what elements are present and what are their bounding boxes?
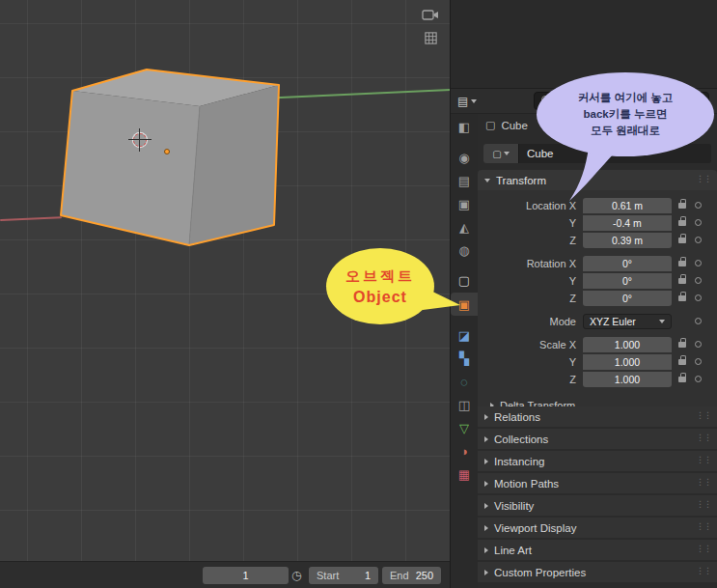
panel-visibility[interactable]: Visibility ⋮⋮	[478, 495, 717, 516]
panel-drag-handle[interactable]: ⋮⋮	[696, 455, 711, 464]
tab-object[interactable]: ▣	[451, 293, 478, 316]
panel-label: Custom Properties	[494, 567, 586, 578]
blender-window: 1 ◷ Start 1 End 250 ▤ Search ◧ ◉	[0, 0, 717, 588]
scale-y-field[interactable]: 1.000	[583, 354, 672, 370]
animate-dot-icon[interactable]	[695, 260, 702, 266]
lock-icon[interactable]	[678, 278, 686, 284]
collapsed-panels: Relations ⋮⋮ Collections ⋮⋮ Instancing ⋮…	[478, 406, 717, 584]
world-icon: ◍	[458, 243, 469, 258]
panel-drag-handle[interactable]: ⋮⋮	[696, 521, 711, 531]
tab-view-layer[interactable]: ▣	[451, 192, 478, 215]
lock-icon[interactable]	[678, 261, 686, 266]
panel-drag-handle[interactable]: ⋮⋮	[696, 433, 711, 442]
animate-dot-icon[interactable]	[695, 376, 702, 382]
tab-object-data[interactable]: ▽	[451, 416, 478, 439]
chevron-right-icon	[484, 547, 488, 553]
location-y-field[interactable]: -0.4 m	[583, 215, 672, 231]
tab-modifiers[interactable]: ◪	[451, 323, 478, 347]
location-x-field[interactable]: 0.61 m	[583, 198, 672, 213]
lock-icon[interactable]	[678, 342, 686, 348]
mode-label: Mode	[478, 316, 583, 327]
tab-collection[interactable]: ▢	[451, 268, 478, 292]
chevron-right-icon	[484, 525, 488, 531]
object-data-icon: ▽	[459, 421, 469, 435]
chevron-right-icon	[484, 570, 488, 575]
animate-dot-icon[interactable]	[695, 358, 702, 365]
object-origin-dot	[164, 149, 170, 154]
panel-drag-handle[interactable]: ⋮⋮	[696, 566, 711, 575]
rotation-z-field[interactable]: 0°	[583, 291, 672, 306]
tab-constraints[interactable]: ◫	[451, 393, 478, 416]
tab-physics[interactable]: ◌	[451, 370, 478, 393]
rotation-y-field[interactable]: 0°	[583, 273, 672, 289]
panel-label: Motion Paths	[494, 478, 559, 490]
tab-particles[interactable]: ▚	[451, 347, 478, 370]
editor-type-button[interactable]: ▤	[455, 92, 480, 111]
tab-output[interactable]: ▤	[451, 169, 478, 192]
panel-drag-handle[interactable]: ⋮⋮	[696, 174, 711, 183]
frame-end-field[interactable]: End 250	[382, 567, 441, 584]
bubble-line: 모두 원래대로	[591, 123, 660, 139]
current-frame-field[interactable]: 1	[203, 567, 289, 584]
panel-label: Visibility	[494, 500, 534, 512]
tab-material[interactable]: ◑	[451, 439, 478, 462]
animate-dot-icon[interactable]	[695, 277, 702, 284]
scale-z-field[interactable]: 1.000	[583, 372, 672, 387]
rotation-x-field[interactable]: 0°	[583, 256, 672, 271]
scale-x-label: Scale X	[478, 339, 583, 350]
panel-drag-handle[interactable]: ⋮⋮	[696, 544, 711, 553]
panel-label: Collections	[494, 434, 548, 445]
lock-icon[interactable]	[678, 203, 686, 209]
bubble-line: 오브젝트	[345, 267, 415, 286]
lock-icon[interactable]	[678, 377, 686, 382]
panel-label: Line Art	[494, 545, 532, 556]
lock-icon[interactable]	[678, 220, 686, 226]
panel-drag-handle[interactable]: ⋮⋮	[696, 477, 711, 487]
material-icon: ◑	[460, 444, 468, 459]
object-properties-panel: ▢ Cube ▢ Cube Transform ⋮⋮	[478, 114, 717, 588]
end-value: 250	[416, 570, 433, 581]
animate-dot-icon[interactable]	[695, 318, 702, 324]
scale-group: Scale X 1.000 Y 1.000 Z	[478, 336, 717, 387]
grid-ortho-icon[interactable]	[421, 29, 440, 46]
transform-panel-header[interactable]: Transform ⋮⋮	[478, 170, 717, 190]
animate-dot-icon[interactable]	[695, 237, 702, 243]
tab-texture[interactable]: ▦	[451, 462, 478, 486]
panel-drag-handle[interactable]: ⋮⋮	[696, 499, 711, 509]
panel-custom-properties[interactable]: Custom Properties ⋮⋮	[478, 562, 717, 582]
bubble-line: Object	[353, 289, 407, 306]
animate-dot-icon[interactable]	[695, 219, 702, 226]
tab-tool[interactable]: ◧	[451, 115, 478, 138]
panel-collections[interactable]: Collections ⋮⋮	[478, 429, 717, 449]
location-z-label: Z	[478, 235, 583, 246]
rotation-mode-dropdown[interactable]: XYZ Euler	[583, 314, 672, 329]
panel-relations[interactable]: Relations ⋮⋮	[478, 406, 717, 427]
tab-world[interactable]: ◍	[451, 238, 478, 262]
panel-viewport-display[interactable]: Viewport Display ⋮⋮	[478, 518, 717, 538]
scale-x-field[interactable]: 1.000	[583, 337, 672, 352]
object-icon: ▣	[458, 297, 470, 312]
animate-dot-icon[interactable]	[695, 294, 702, 301]
camera-view-icon[interactable]	[421, 6, 440, 23]
panel-motion-paths[interactable]: Motion Paths ⋮⋮	[478, 473, 717, 493]
lock-icon[interactable]	[678, 295, 686, 301]
modifiers-wrench-icon: ◪	[458, 328, 470, 343]
animate-dot-icon[interactable]	[695, 341, 702, 348]
location-x-row: Location X 0.61 m	[478, 197, 717, 213]
tab-scene[interactable]: ◭	[451, 215, 478, 238]
location-z-field[interactable]: 0.39 m	[583, 233, 672, 248]
animate-dot-icon[interactable]	[695, 202, 702, 209]
tab-render[interactable]: ◉	[451, 146, 478, 169]
panel-line-art[interactable]: Line Art ⋮⋮	[478, 540, 717, 560]
frame-start-field[interactable]: Start 1	[309, 567, 378, 584]
transform-title: Transform	[496, 175, 546, 186]
rotation-x-label: Rotation X	[478, 258, 583, 269]
panel-instancing[interactable]: Instancing ⋮⋮	[478, 451, 717, 471]
panel-drag-handle[interactable]: ⋮⋮	[696, 410, 711, 420]
lock-icon[interactable]	[678, 359, 686, 365]
cube-icon: ▢	[485, 119, 495, 131]
rotation-z-label: Z	[478, 293, 583, 304]
lock-icon[interactable]	[678, 238, 686, 243]
object-id-type-button[interactable]: ▢	[483, 144, 518, 163]
chevron-right-icon	[484, 436, 488, 442]
